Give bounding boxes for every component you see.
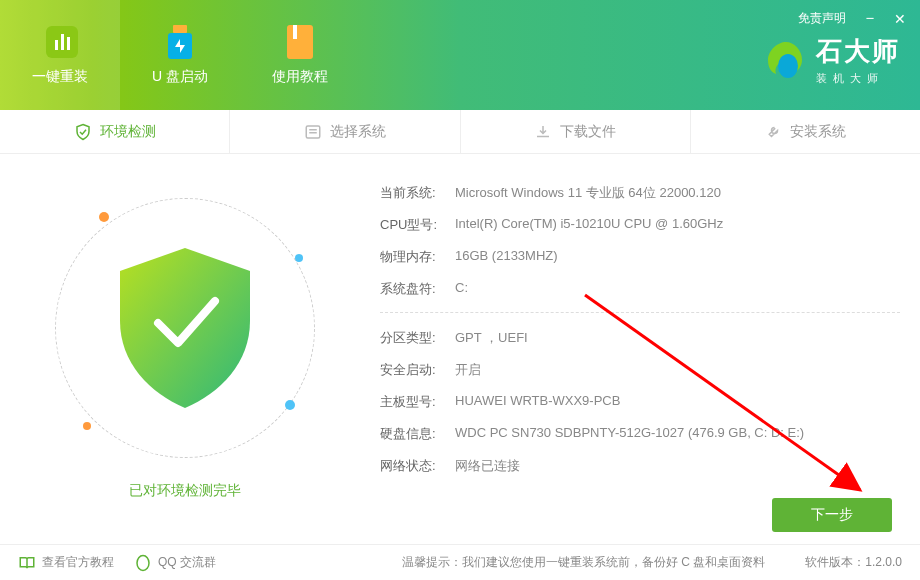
footer-tip: 温馨提示：我们建议您使用一键重装系统前，备份好 C 盘和桌面资料 [402,554,765,571]
board-value: HUAWEI WRTB-WXX9-PCB [455,393,620,411]
svg-rect-2 [61,34,64,50]
header: 免责声明 － ✕ 一键重装 U 盘启动 使用教程 石大师 装机大师 [0,0,920,110]
cpu-label: CPU型号: [380,216,455,234]
tab-label: 使用教程 [272,68,328,86]
svg-rect-4 [173,25,187,33]
tab-tutorial[interactable]: 使用教程 [240,0,360,110]
qq-icon [134,554,152,572]
disk-value: WDC PC SN730 SDBPNTY-512G-1027 (476.9 GB… [455,425,804,443]
cpu-value: Intel(R) Core(TM) i5-10210U CPU @ 1.60GH… [455,216,723,234]
board-label: 主板型号: [380,393,455,411]
main-tabs: 一键重装 U 盘启动 使用教程 [0,0,360,110]
wrench-icon [764,123,782,141]
divider [380,312,900,313]
step-label: 选择系统 [330,123,386,141]
list-icon [304,123,322,141]
tab-usb[interactable]: U 盘启动 [120,0,240,110]
download-icon [534,123,552,141]
next-button[interactable]: 下一步 [772,498,892,532]
step-check[interactable]: 环境检测 [0,110,230,153]
tab-reinstall[interactable]: 一键重装 [0,0,120,110]
ram-value: 16GB (2133MHZ) [455,248,558,266]
part-value: GPT ，UEFI [455,329,528,347]
qq-link[interactable]: QQ 交流群 [134,554,216,572]
check-panel: 已对环境检测完毕 [0,154,370,544]
book-open-icon [18,554,36,572]
secure-label: 安全启动: [380,361,455,379]
step-label: 安装系统 [790,123,846,141]
shield-check-icon [110,243,260,413]
shield-icon [74,123,92,141]
window-controls: 免责声明 － ✕ [798,8,906,29]
step-label: 下载文件 [560,123,616,141]
bars-icon [42,24,78,60]
svg-rect-7 [293,25,297,39]
tab-label: U 盘启动 [152,68,208,86]
check-status: 已对环境检测完毕 [129,482,241,500]
disclaimer-link[interactable]: 免责声明 [798,10,846,27]
book-icon [282,24,318,60]
net-label: 网络状态: [380,457,455,475]
brand-sub: 装机大师 [816,71,900,86]
svg-rect-3 [67,37,70,50]
brand-name: 石大师 [816,34,900,69]
secure-value: 开启 [455,361,481,379]
os-label: 当前系统: [380,184,455,202]
svg-rect-6 [287,25,313,59]
brand: 石大师 装机大师 [764,24,900,86]
close-icon[interactable]: ✕ [894,11,906,27]
step-label: 环境检测 [100,123,156,141]
net-value: 网络已连接 [455,457,520,475]
disk-label: 硬盘信息: [380,425,455,443]
info-panel: 当前系统:Microsoft Windows 11 专业版 64位 22000.… [370,154,920,544]
os-value: Microsoft Windows 11 专业版 64位 22000.120 [455,184,721,202]
minimize-icon[interactable]: － [862,8,878,29]
sysdrive-value: C: [455,280,468,298]
svg-rect-1 [55,40,58,50]
svg-point-11 [137,555,149,570]
footer: 查看官方教程 QQ 交流群 温馨提示：我们建议您使用一键重装系统前，备份好 C … [0,544,920,580]
usb-icon [162,24,198,60]
step-select[interactable]: 选择系统 [230,110,460,153]
footer-version: 软件版本：1.2.0.0 [805,554,902,571]
sysdrive-label: 系统盘符: [380,280,455,298]
tutorial-link[interactable]: 查看官方教程 [18,554,114,572]
step-download[interactable]: 下载文件 [461,110,691,153]
step-bar: 环境检测 选择系统 下载文件 安装系统 [0,110,920,154]
content: 已对环境检测完毕 当前系统:Microsoft Windows 11 专业版 6… [0,154,920,544]
ram-label: 物理内存: [380,248,455,266]
part-label: 分区类型: [380,329,455,347]
svg-point-8 [778,54,798,78]
logo-icon [764,38,808,82]
tab-label: 一键重装 [32,68,88,86]
step-install[interactable]: 安装系统 [691,110,920,153]
